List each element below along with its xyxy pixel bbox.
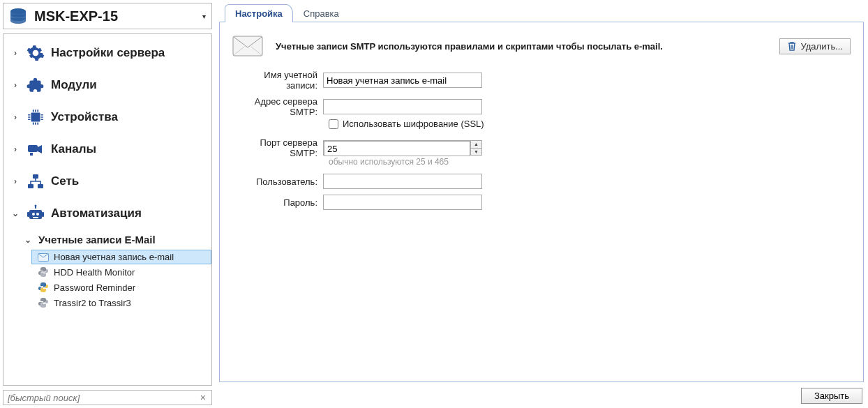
tree-item-new-email-account[interactable]: Новая учетная запись e-mail (31, 250, 211, 264)
label-smtp-server: Адрес сервера SMTP: (232, 96, 323, 117)
label-user: Пользователь: (232, 176, 323, 187)
main-pane: Настройка Справка Учетные записи SMTP ис… (215, 0, 868, 384)
sidebar: MSK-EXP-15 ▾ › Настройки сервера › (0, 0, 215, 408)
quick-search-input[interactable] (8, 393, 197, 403)
svg-rect-3 (30, 153, 33, 156)
tree-item-password-reminder[interactable]: Password Reminder (31, 280, 211, 295)
svg-point-8 (32, 213, 35, 216)
nav-label: Устройства (51, 110, 118, 124)
python-icon (37, 282, 50, 293)
chevron-right-icon: › (10, 48, 20, 58)
database-icon (9, 8, 27, 24)
chip-icon (26, 108, 45, 126)
settings-pane: Учетные записи SMTP используются правила… (219, 22, 864, 382)
nav-email-accounts[interactable]: ⌄ Учетные записи E-Mail (16, 229, 211, 250)
nav-channels[interactable]: › Каналы (3, 133, 211, 165)
nav-label: Автоматизация (51, 206, 142, 220)
mail-icon (37, 253, 50, 262)
delete-button[interactable]: Удалить... (779, 38, 851, 54)
dropdown-caret-icon: ▾ (202, 13, 206, 20)
input-port-field[interactable] (324, 141, 470, 156)
footer: Закрыть (215, 384, 868, 408)
input-password[interactable] (323, 195, 482, 210)
tabstrip: Настройка Справка (219, 1, 864, 22)
chevron-right-icon: › (10, 112, 20, 122)
input-account-name[interactable] (323, 73, 482, 88)
clear-search-icon[interactable]: × (197, 392, 209, 403)
chevron-right-icon: › (10, 80, 20, 90)
label-account-name: Имя учетной записи: (232, 70, 323, 91)
nav-label: Каналы (51, 142, 96, 156)
input-user[interactable] (323, 174, 482, 189)
trash-icon (787, 41, 797, 51)
svg-rect-12 (27, 212, 29, 217)
tab-help[interactable]: Справка (293, 4, 350, 22)
gear-icon (26, 44, 45, 62)
port-hint: обычно используются 25 и 465 (329, 157, 851, 167)
spin-up-icon[interactable]: ▲ (471, 141, 481, 149)
input-smtp-server[interactable] (323, 99, 482, 114)
robot-icon (26, 204, 45, 222)
close-button[interactable]: Закрыть (801, 388, 862, 404)
label-ssl: Использовать шифрование (SSL) (343, 119, 484, 129)
nav-network[interactable]: › Сеть (3, 165, 211, 197)
svg-point-11 (35, 205, 37, 207)
svg-rect-6 (38, 184, 43, 188)
network-icon (26, 172, 45, 190)
camera-icon (26, 140, 45, 158)
server-title: MSK-EXP-15 (34, 8, 118, 24)
tab-settings[interactable]: Настройка (225, 4, 293, 22)
svg-rect-1 (31, 113, 40, 122)
info-text: Учетные записи SMTP используются правила… (276, 41, 767, 52)
nav-label: Настройки сервера (51, 46, 165, 60)
label-port: Порт сервера SMTP: (232, 137, 323, 158)
nav-label: Учетные записи E-Mail (38, 234, 156, 245)
nav-modules[interactable]: › Модули (3, 69, 211, 101)
nav-devices[interactable]: › Устройства (3, 101, 211, 133)
label-password: Пароль: (232, 197, 323, 208)
nav-tree: › Настройки сервера › Модули (3, 33, 212, 386)
svg-rect-4 (33, 174, 38, 179)
input-port[interactable]: ▲ ▼ (323, 140, 482, 156)
chevron-right-icon: › (10, 176, 20, 186)
tree-item-label: Новая учетная запись e-mail (54, 252, 174, 262)
envelope-icon (232, 35, 263, 57)
python-icon (37, 297, 50, 308)
server-selector[interactable]: MSK-EXP-15 ▾ (3, 3, 212, 29)
nav-label: Модули (51, 78, 97, 92)
puzzle-icon (26, 76, 45, 94)
tree-item-trassir2-to-3[interactable]: Trassir2 to Trassir3 (31, 295, 211, 310)
nav-server-settings[interactable]: › Настройки сервера (3, 37, 211, 69)
tree-item-hdd-health[interactable]: HDD Health Monitor (31, 264, 211, 280)
quick-search[interactable]: × (3, 390, 212, 405)
svg-rect-10 (33, 217, 38, 218)
svg-point-9 (36, 213, 39, 216)
svg-rect-5 (28, 184, 33, 188)
checkbox-ssl[interactable] (329, 119, 338, 129)
tree-item-label: HDD Health Monitor (54, 267, 135, 278)
delete-button-label: Удалить... (801, 41, 843, 52)
svg-rect-13 (42, 212, 44, 217)
nav-automation[interactable]: ⌄ Автоматизация (3, 197, 211, 229)
svg-rect-2 (28, 145, 38, 152)
nav-label: Сеть (51, 174, 79, 188)
chevron-down-icon: ⌄ (23, 235, 33, 245)
python-icon (37, 266, 50, 278)
tree-item-label: Password Reminder (54, 282, 135, 293)
tree-item-label: Trassir2 to Trassir3 (54, 298, 131, 308)
chevron-down-icon: ⌄ (10, 209, 20, 218)
chevron-right-icon: › (10, 144, 20, 154)
spin-down-icon[interactable]: ▼ (471, 149, 481, 156)
svg-rect-15 (233, 36, 262, 56)
